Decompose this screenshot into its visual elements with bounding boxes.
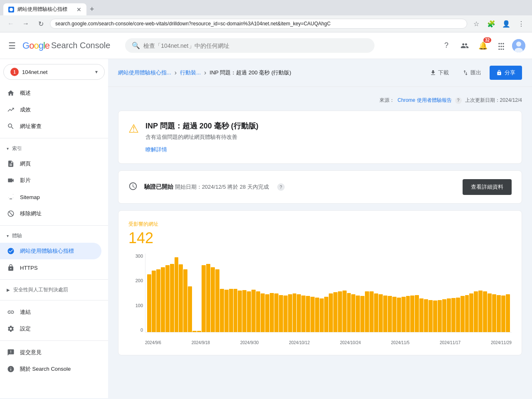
back-button[interactable]: ← [5, 18, 17, 30]
url-bar[interactable]: search.google.com/search-console/core-we… [50, 19, 467, 29]
page-content: 來源： Chrome 使用者體驗報告 ? 上次更新日期：2024/12/4 ⚠ … [108, 87, 532, 365]
view-details-button[interactable]: 查看詳細資料 [463, 179, 512, 195]
sidebar-section-index[interactable]: ▾ 索引 [0, 142, 108, 155]
new-tab-button[interactable]: + [86, 3, 98, 15]
app-header: ☰ Google Search Console 🔍 ? 🔔 32 [0, 32, 532, 59]
sidebar-item-url-inspection[interactable]: 網址審查 [0, 118, 101, 135]
sidebar-section-experience[interactable]: ▾ 體驗 [0, 229, 108, 243]
search-box[interactable]: 🔍 [125, 38, 374, 53]
sidebar-item-https[interactable]: HTTPS [0, 259, 101, 276]
source-name[interactable]: Chrome 使用者體驗報告 [398, 97, 452, 104]
reload-button[interactable]: ↻ [35, 18, 47, 30]
breadcrumb-mobile[interactable]: 行動裝... [180, 69, 201, 76]
chart-bar [206, 264, 210, 332]
chart-bar [147, 274, 151, 332]
sidebar-item-overview[interactable]: 概述 [0, 85, 101, 101]
section-arrow-experience: ▾ [7, 234, 9, 238]
sidebar-label-settings: 設定 [20, 325, 31, 332]
content-area: 網站使用體驗核心指... › 行動裝... › INP 問題：超過 200 毫秒… [108, 59, 532, 398]
chart-y-300: 300 [128, 254, 143, 259]
share-button[interactable]: 分享 [490, 66, 522, 80]
download-button[interactable]: 下載 [425, 66, 454, 79]
sidebar-item-settings[interactable]: 設定 [0, 320, 101, 337]
sidebar-item-sitemap[interactable]: Sitemap [0, 189, 101, 205]
sidebar-section-security-label: 安全性與人工智判決處罰 [13, 286, 68, 293]
verification-content: 驗證已開始 開始日期：2024/12/5 將於 28 天內完成 [144, 183, 269, 191]
issue-card: ⚠ INP 問題：超過 200 毫秒 (行動版) 含有這個問題的網址網頁體驗有待… [118, 111, 522, 164]
forward-button[interactable]: → [20, 18, 32, 30]
sidebar-section-security[interactable]: ▶ 安全性與人工智判決處罰 [0, 283, 108, 297]
sidebar-divider-2 [0, 225, 108, 226]
chart-x-label: 2024/9/6 [145, 340, 161, 345]
source-help-icon[interactable]: ? [455, 97, 462, 104]
search-input[interactable] [143, 42, 368, 49]
sidebar-divider-3 [0, 279, 108, 280]
sidebar-label-videos: 影片 [20, 177, 31, 184]
extension-button[interactable]: 🧩 [485, 18, 497, 30]
chart-x-label: 2024/11/5 [391, 340, 410, 345]
sidebar-item-removals[interactable]: 移除網址 [0, 205, 101, 222]
sidebar-item-feedback[interactable]: 提交意見 [0, 344, 101, 361]
apps-button[interactable] [494, 38, 509, 53]
chart-bar [283, 296, 288, 332]
sidebar-divider-4 [0, 300, 108, 300]
chart-bar [397, 298, 401, 332]
chart-bar [492, 294, 496, 332]
chart-bar [347, 293, 351, 332]
sidebar-item-pages[interactable]: 網頁 [0, 155, 101, 172]
chart-bar [374, 293, 378, 332]
chart-bar [179, 264, 183, 332]
chart-bar [192, 331, 197, 332]
svg-line-5 [9, 212, 13, 216]
sidebar-item-performance[interactable]: 成效 [0, 101, 101, 118]
links-icon [7, 308, 15, 316]
chart-bar [438, 300, 442, 332]
sidebar-label-removals: 移除網址 [20, 210, 42, 217]
chart-x-labels: 2024/9/62024/9/182024/9/302024/10/122024… [145, 340, 512, 345]
chart-bar [456, 298, 460, 332]
browser-menu-button[interactable]: ⋮ [515, 18, 527, 30]
chart-plot [145, 254, 512, 332]
chart-x-label: 2024/10/24 [340, 340, 361, 345]
export-button[interactable]: 匯出 [457, 66, 486, 79]
tab-close-button[interactable]: ✕ [76, 7, 81, 12]
source-label: 來源： [379, 97, 394, 104]
app-logo: Google Search Console [22, 40, 110, 51]
performance-icon [7, 106, 15, 114]
breadcrumb-separator-1: › [175, 69, 177, 76]
sidebar-label-overview: 概述 [20, 89, 31, 97]
sidebar-item-videos[interactable]: 影片 [0, 172, 101, 189]
chart-bar [461, 296, 465, 332]
chart-bar [410, 296, 414, 332]
property-selector[interactable]: 1 104net.net ▾ [3, 64, 105, 80]
sidebar-item-about[interactable]: 關於 Search Console [0, 361, 101, 377]
chart-bar [310, 297, 315, 332]
chart-bar [419, 298, 424, 332]
learn-more-link[interactable]: 瞭解詳情 [145, 146, 167, 153]
tab-favicon [8, 7, 14, 12]
sidebar-item-links[interactable]: 連結 [0, 304, 101, 320]
browser-tab-active[interactable]: 網站使用體驗核心指標 ✕ [3, 3, 86, 15]
issue-subtitle: 含有這個問題的網址網頁體驗有待改善 [145, 133, 259, 141]
profile-button[interactable]: 👤 [500, 18, 512, 30]
chart-bar [161, 267, 165, 332]
help-button[interactable]: ? [439, 38, 454, 53]
chart-bar [424, 299, 428, 332]
chart-bar [469, 293, 473, 332]
breadcrumb-separator-2: › [204, 69, 206, 76]
manage-users-button[interactable] [457, 38, 472, 53]
chart-bar [229, 289, 233, 332]
sidebar-divider-5 [0, 340, 108, 341]
videos-icon [7, 176, 15, 185]
avatar[interactable] [512, 39, 525, 52]
chart-bar [256, 291, 260, 332]
verification-help-icon[interactable]: ? [277, 183, 285, 191]
chart-bar [224, 290, 229, 332]
chart-bars [145, 254, 512, 332]
bookmark-button[interactable]: ☆ [470, 18, 482, 30]
sidebar-item-core-web-vitals[interactable]: 網站使用體驗核心指標 [0, 243, 101, 259]
sidebar-toggle-button[interactable]: ☰ [7, 39, 17, 52]
breadcrumb-cwv[interactable]: 網站使用體驗核心指... [118, 69, 171, 76]
url-inspection-icon [7, 122, 15, 131]
sidebar-label-core-web-vitals: 網站使用體驗核心指標 [20, 247, 74, 255]
